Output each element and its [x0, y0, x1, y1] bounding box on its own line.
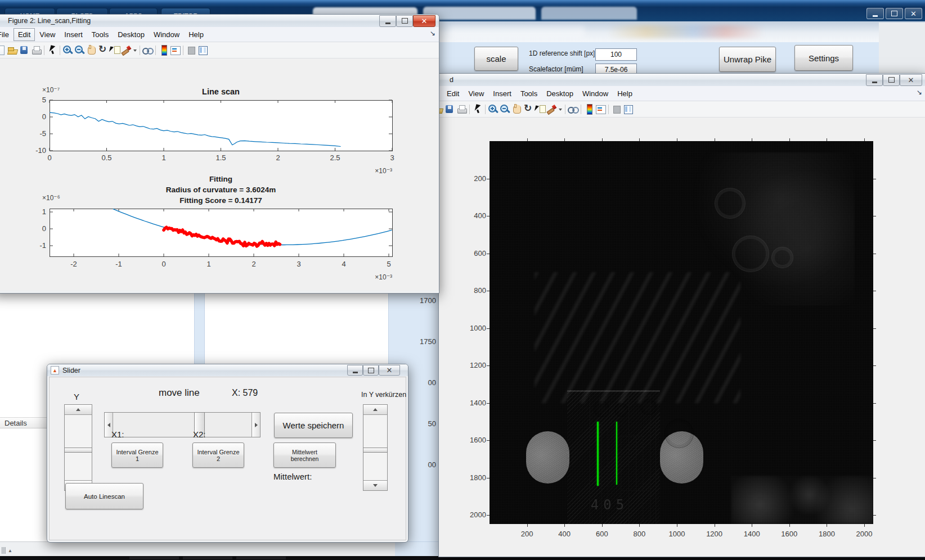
save-icon[interactable] — [19, 44, 30, 56]
colorbar-icon[interactable] — [583, 103, 595, 115]
menu-help[interactable]: Help — [184, 28, 208, 41]
menu-edit[interactable]: Edit — [14, 28, 35, 41]
maximize-icon[interactable] — [883, 74, 900, 86]
plottools-show-icon[interactable] — [622, 103, 634, 115]
slider-track[interactable] — [113, 413, 252, 437]
menu-edit[interactable]: Edit — [442, 87, 464, 100]
tick-mark — [873, 478, 876, 478]
settings-button[interactable]: Settings — [794, 45, 853, 71]
close-icon[interactable]: ✕ — [905, 8, 922, 19]
link-icon[interactable] — [567, 103, 579, 115]
pan-icon[interactable] — [86, 44, 97, 56]
zoom-out-icon[interactable] — [74, 44, 86, 56]
interval-grenze-1-button[interactable]: Interval Grenze 1 — [111, 442, 163, 468]
dropdown-icon[interactable] — [133, 44, 138, 56]
tick-mark — [873, 328, 876, 329]
mittelwert-berechnen-button[interactable]: Mittelwert berechnen — [273, 442, 336, 468]
menu-view[interactable]: View — [464, 87, 488, 100]
window-titlebar[interactable]: Figure 2: Line_scan,Fitting ✕ — [0, 15, 439, 27]
pan-icon[interactable] — [511, 103, 523, 115]
maximize-icon[interactable] — [886, 8, 903, 19]
minimize-icon[interactable] — [347, 365, 363, 376]
plottools-hide-icon[interactable] — [610, 103, 622, 115]
menu-view[interactable]: View — [35, 28, 60, 41]
link-icon[interactable] — [142, 44, 154, 56]
tick-mark — [487, 216, 490, 216]
new-icon[interactable] — [0, 44, 7, 56]
close-icon[interactable]: ✕ — [379, 365, 400, 376]
maximize-icon[interactable] — [363, 365, 379, 376]
window-titlebar[interactable]: ▲ Slider ✕ — [47, 364, 408, 376]
datacursor-icon[interactable] — [535, 103, 546, 115]
menu-tools[interactable]: Tools — [87, 28, 113, 41]
menu-insert[interactable]: Insert — [488, 87, 516, 100]
minimize-icon[interactable] — [866, 8, 884, 19]
tick-mark — [487, 440, 490, 441]
maximize-icon[interactable] — [396, 15, 413, 27]
menu-help[interactable]: Help — [613, 87, 637, 100]
brush-icon[interactable] — [546, 103, 558, 115]
rotate-icon[interactable] — [97, 44, 109, 56]
dock-figure-icon[interactable]: ↘ — [430, 29, 435, 37]
scale-button[interactable]: scale — [474, 47, 518, 71]
dropdown-icon[interactable] — [558, 103, 563, 115]
brush-icon[interactable] — [121, 44, 133, 56]
in-y-verkuerzen-slider[interactable] — [363, 404, 388, 491]
save-icon[interactable] — [444, 103, 456, 115]
slider-track[interactable] — [65, 415, 92, 480]
zoom-in-icon[interactable] — [62, 44, 74, 56]
zoom-out-icon[interactable] — [499, 103, 511, 115]
zoom-in-icon[interactable] — [487, 103, 499, 115]
menu-insert[interactable]: Insert — [60, 28, 87, 41]
colorbar-icon[interactable] — [158, 44, 169, 56]
close-icon[interactable]: ✕ — [413, 15, 435, 27]
unwrap-pike-button[interactable]: Unwrap Pike — [719, 47, 776, 72]
menu-desktop[interactable]: Desktop — [542, 87, 578, 100]
interval-grenze-2-button[interactable]: Interval Grenze 2 — [192, 442, 244, 468]
minimize-icon[interactable] — [866, 74, 883, 86]
cursor-icon[interactable] — [46, 44, 58, 56]
svg-text:3: 3 — [297, 260, 300, 268]
print-icon[interactable] — [456, 103, 468, 115]
wrapped-phase-image[interactable]: 405 — [490, 141, 873, 524]
menu-desktop[interactable]: Desktop — [113, 28, 149, 41]
plottools-show-icon[interactable] — [197, 44, 209, 56]
cursor-icon[interactable] — [472, 103, 483, 115]
figure-toolbar — [0, 42, 439, 58]
tick-mark — [564, 138, 565, 141]
image-x-tick-label: 800 — [625, 530, 653, 538]
slider-thumb[interactable] — [363, 448, 388, 453]
print-icon[interactable] — [30, 44, 42, 56]
slider-down-arrow-icon[interactable] — [363, 480, 387, 490]
close-icon[interactable]: ✕ — [900, 74, 922, 86]
auto-linescan-button[interactable]: Auto Linescan — [65, 483, 143, 509]
slider-track[interactable] — [363, 415, 387, 480]
tick-mark — [873, 179, 876, 179]
resize-grip-icon[interactable]: ▲ — [2, 547, 12, 554]
menu-file[interactable]: File — [0, 28, 14, 41]
move-line-slider[interactable] — [104, 412, 261, 437]
werte-speichern-button[interactable]: Werte speichern — [274, 413, 353, 438]
minimize-icon[interactable] — [379, 15, 396, 27]
slider-up-arrow-icon[interactable] — [65, 405, 92, 415]
slider-thumb[interactable] — [64, 448, 92, 453]
legend-icon[interactable] — [595, 103, 607, 115]
legend-icon[interactable] — [169, 44, 181, 56]
slider-up-arrow-icon[interactable] — [363, 405, 387, 415]
slider-right-arrow-icon[interactable] — [252, 413, 260, 437]
ref-shift-input[interactable]: 100 — [595, 48, 637, 61]
svg-text:2: 2 — [276, 153, 280, 162]
window-titlebar[interactable]: d ✕ — [439, 74, 925, 86]
rotate-icon[interactable] — [523, 103, 535, 115]
menu-tools[interactable]: Tools — [516, 87, 542, 100]
svg-text:5: 5 — [42, 96, 46, 104]
open-icon[interactable] — [7, 44, 19, 56]
datacursor-icon[interactable] — [109, 44, 121, 56]
image-x-tick-label: 1600 — [775, 530, 803, 538]
plottools-hide-icon[interactable] — [185, 44, 197, 56]
y-slider[interactable] — [64, 404, 92, 491]
tick-mark — [639, 138, 640, 141]
menu-window[interactable]: Window — [149, 28, 184, 41]
menu-window[interactable]: Window — [578, 87, 613, 100]
dock-figure-icon[interactable]: ↘ — [917, 88, 922, 96]
